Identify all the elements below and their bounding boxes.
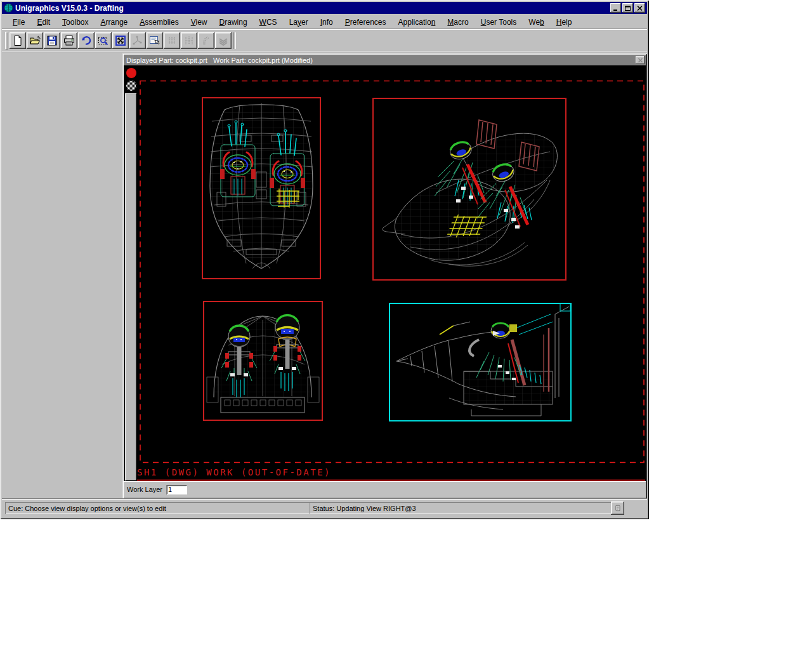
fit-view-icon xyxy=(115,35,126,46)
open-part-button[interactable] xyxy=(27,32,43,49)
cue-panel: Cue: Choose view display options or view… xyxy=(5,502,310,514)
top-view-wireframe xyxy=(210,103,313,269)
print-button[interactable] xyxy=(61,32,77,49)
canvas-left-rail[interactable] xyxy=(125,93,136,481)
update-display-button-3-disabled[interactable] xyxy=(198,32,214,49)
drafting-canvas[interactable]: SH1 (DWG) WORK (OUT-OF-DATE) xyxy=(124,65,646,481)
toolbar-end-separator xyxy=(233,32,236,49)
view-border-tab xyxy=(560,303,570,311)
unigraphics-app-window: Unigraphics V15.0.3 - Drafting File Edit… xyxy=(0,0,649,519)
menu-edit[interactable]: Edit xyxy=(32,17,55,28)
zoom-view-button[interactable] xyxy=(95,32,112,49)
interrupt-panel xyxy=(125,66,138,93)
info-window-button[interactable] xyxy=(611,501,624,515)
new-file-icon xyxy=(12,35,23,46)
graphics-window-title: Displayed Part: cockpit.prt Work Part: c… xyxy=(124,56,313,64)
minimize-button[interactable] xyxy=(610,3,621,13)
maximize-icon xyxy=(624,5,631,11)
status-panel: Status: Updating View RIGHT@3 xyxy=(310,502,612,514)
close-icon xyxy=(636,5,643,11)
undo-arrow-icon xyxy=(81,35,92,46)
dotted-curve-icon xyxy=(200,35,212,46)
view-front[interactable] xyxy=(203,301,323,421)
update-display-button-2-disabled[interactable] xyxy=(181,32,197,49)
graphics-window-titlebar[interactable]: Displayed Part: cockpit.prt Work Part: c… xyxy=(124,55,646,65)
cue-text: Cue: Choose view display options or view… xyxy=(8,505,166,512)
unigraphics-logo-icon xyxy=(4,3,13,13)
minimize-icon xyxy=(612,5,619,11)
window-title: Unigraphics V15.0.3 - Drafting xyxy=(15,4,124,13)
status-text: Status: Updating View RIGHT@3 xyxy=(313,505,416,512)
save-part-button[interactable] xyxy=(44,32,60,49)
dotted-views-icon xyxy=(166,35,178,46)
menu-web[interactable]: Web xyxy=(524,17,548,28)
dotted-views-icon xyxy=(183,35,195,46)
menu-user-tools[interactable]: User Tools xyxy=(476,17,521,28)
orient-csys-icon xyxy=(132,35,143,46)
sheet-status-annotation: SH1 (DWG) WORK (OUT-OF-DATE) xyxy=(137,467,331,477)
orient-view-button-disabled[interactable] xyxy=(129,32,146,49)
stop-sign-icon[interactable] xyxy=(125,66,138,93)
status-bar: Cue: Choose view display options or view… xyxy=(2,498,647,517)
update-display-button-1-disabled[interactable] xyxy=(164,32,180,49)
menu-view[interactable]: View xyxy=(187,17,212,28)
standard-toolbar xyxy=(2,30,647,51)
undo-button[interactable] xyxy=(78,32,95,49)
open-folder-icon xyxy=(29,35,41,46)
zoom-magnifier-icon xyxy=(98,35,109,46)
view-top[interactable] xyxy=(202,97,321,279)
menu-wcs[interactable]: WCS xyxy=(255,17,282,28)
menu-layer[interactable]: Layer xyxy=(285,17,313,28)
desktop: Unigraphics V15.0.3 - Drafting File Edit… xyxy=(0,0,812,650)
title-bar[interactable]: Unigraphics V15.0.3 - Drafting xyxy=(2,2,647,14)
fit-view-button[interactable] xyxy=(112,32,129,49)
menu-bar: File Edit Toolbox Arrange Assemblies Vie… xyxy=(2,15,647,29)
menu-assemblies[interactable]: Assemblies xyxy=(135,17,183,28)
graphics-window: Displayed Part: cockpit.prt Work Part: c… xyxy=(122,53,647,499)
hand-select-icon xyxy=(149,35,160,46)
side-wireframe xyxy=(396,307,569,416)
menu-preferences[interactable]: Preferences xyxy=(341,17,391,28)
new-part-button[interactable] xyxy=(10,32,26,49)
scroll-list-icon xyxy=(615,503,620,513)
menu-drawing[interactable]: Drawing xyxy=(215,17,252,28)
menu-toolbox[interactable]: Toolbox xyxy=(58,17,93,28)
printer-icon xyxy=(63,35,75,46)
menu-file[interactable]: File xyxy=(8,17,29,28)
shade-view-button-disabled[interactable] xyxy=(215,32,232,49)
toolbar-grip[interactable] xyxy=(5,32,8,50)
close-icon xyxy=(638,58,643,63)
shade-chevrons-icon xyxy=(218,35,229,46)
graphics-close-button[interactable] xyxy=(636,56,645,64)
close-button[interactable] xyxy=(634,3,645,13)
save-floppy-icon xyxy=(46,35,58,46)
view-isometric[interactable] xyxy=(372,98,566,281)
work-layer-bar: Work Layer xyxy=(124,481,646,498)
menu-help[interactable]: Help xyxy=(552,17,577,28)
work-layer-label: Work Layer xyxy=(127,486,162,493)
work-layer-input[interactable] xyxy=(166,485,187,494)
maximize-button[interactable] xyxy=(622,3,633,13)
menu-arrange[interactable]: Arrange xyxy=(96,17,133,28)
menu-macro[interactable]: Macro xyxy=(443,17,473,28)
menu-application[interactable]: Application xyxy=(394,17,440,28)
view-display-button[interactable] xyxy=(147,32,163,49)
menu-info[interactable]: Info xyxy=(316,17,337,28)
view-right-updating[interactable] xyxy=(389,303,572,421)
